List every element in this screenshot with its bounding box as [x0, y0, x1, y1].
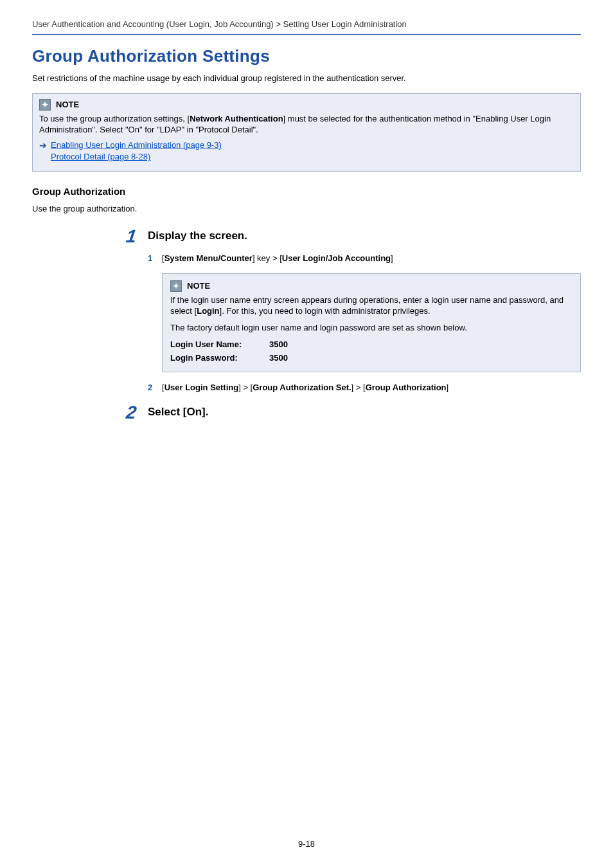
- login-password-row: Login Password: 3500: [170, 352, 573, 364]
- inner-note-box: ✦ NOTE If the login user name entry scre…: [162, 273, 581, 372]
- substep-1-1: 1 [System Menu/Counter] key > [User Logi…: [148, 253, 581, 263]
- step-title: Select [On].: [148, 404, 208, 419]
- login-username-value: 3500: [269, 339, 288, 350]
- note-box: ✦ NOTE To use the group authorization se…: [32, 93, 581, 172]
- step-number: 2: [121, 404, 138, 422]
- page-number: 9-18: [0, 839, 613, 849]
- link-enabling-user-login[interactable]: Enabling User Login Administration (page…: [51, 140, 222, 152]
- page-title: Group Authorization Settings: [32, 46, 581, 66]
- note-title: NOTE: [187, 281, 210, 291]
- note-icon: ✦: [39, 99, 51, 111]
- login-password-value: 3500: [269, 352, 288, 364]
- section-heading: Group Authorization: [32, 186, 581, 197]
- note-icon: ✦: [170, 280, 182, 292]
- substep-number: 1: [148, 253, 155, 263]
- note-body: To use the group authorization settings,…: [39, 113, 574, 136]
- substep-1-2: 2 [User Login Setting] > [Group Authoriz…: [148, 383, 581, 392]
- substep-number: 2: [148, 383, 155, 392]
- link-protocol-detail[interactable]: Protocol Detail (page 8-28): [51, 151, 222, 163]
- substep-text: [User Login Setting] > [Group Authorizat…: [162, 383, 449, 392]
- section-intro: Use the group authorization.: [32, 203, 581, 215]
- inner-note-p2: The factory default login user name and …: [170, 322, 573, 334]
- breadcrumb: User Authentication and Accounting (User…: [32, 19, 581, 29]
- divider: [32, 34, 581, 35]
- login-username-row: Login User Name: 3500: [170, 339, 573, 350]
- inner-note-p1: If the login user name entry screen appe…: [170, 294, 573, 317]
- step-2: 2 Select [On].: [122, 404, 581, 422]
- login-username-label: Login User Name:: [170, 339, 260, 350]
- step-title: Display the screen.: [148, 228, 247, 242]
- step-number: 1: [121, 228, 138, 246]
- note-title: NOTE: [56, 100, 79, 109]
- arrow-icon: ➔: [39, 140, 47, 150]
- login-password-label: Login Password:: [170, 352, 260, 364]
- substep-text: [System Menu/Counter] key > [User Login/…: [162, 253, 393, 263]
- intro-text: Set restrictions of the machine usage by…: [32, 73, 581, 84]
- step-1: 1 Display the screen.: [122, 228, 581, 246]
